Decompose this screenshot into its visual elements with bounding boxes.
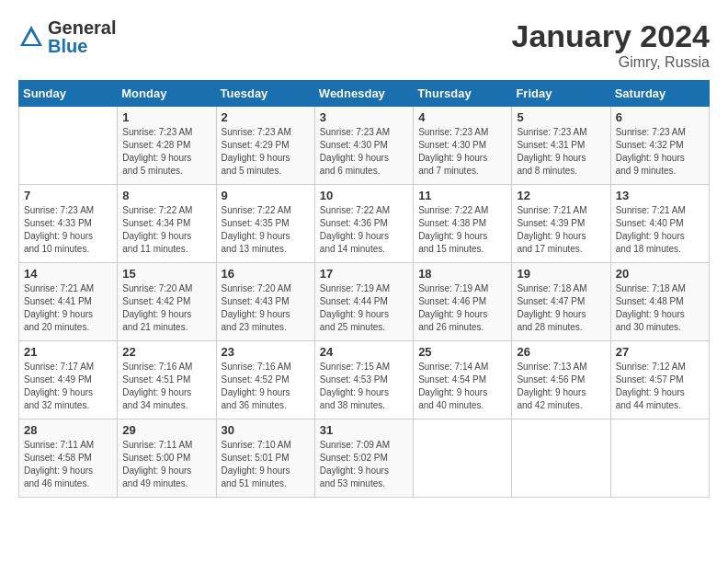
day-cell: 20Sunrise: 7:18 AM Sunset: 4:48 PM Dayli…: [610, 263, 709, 341]
day-number: 8: [122, 189, 210, 202]
day-info: Sunrise: 7:12 AM Sunset: 4:57 PM Dayligh…: [616, 361, 704, 412]
day-number: 18: [418, 267, 506, 281]
day-info: Sunrise: 7:20 AM Sunset: 4:42 PM Dayligh…: [122, 282, 210, 334]
week-row-1: 7Sunrise: 7:23 AM Sunset: 4:33 PM Daylig…: [19, 185, 710, 263]
day-info: Sunrise: 7:09 AM Sunset: 5:02 PM Dayligh…: [320, 439, 408, 490]
day-cell: [414, 419, 512, 498]
day-cell: 7Sunrise: 7:23 AM Sunset: 4:33 PM Daylig…: [19, 185, 118, 263]
day-number: 15: [122, 267, 210, 281]
day-number: 28: [24, 423, 112, 437]
logo: General Blue: [18, 18, 116, 55]
day-info: Sunrise: 7:16 AM Sunset: 4:52 PM Dayligh…: [222, 361, 310, 412]
day-cell: 23Sunrise: 7:16 AM Sunset: 4:52 PM Dayli…: [216, 341, 314, 419]
logo-blue-text: Blue: [48, 37, 116, 55]
day-number: 26: [517, 345, 605, 359]
day-info: Sunrise: 7:23 AM Sunset: 4:31 PM Dayligh…: [517, 126, 605, 178]
day-number: 29: [122, 423, 210, 437]
header-cell-sunday: Sunday: [19, 81, 118, 107]
day-info: Sunrise: 7:17 AM Sunset: 4:49 PM Dayligh…: [24, 361, 112, 412]
day-cell: [512, 419, 610, 498]
day-cell: 28Sunrise: 7:11 AM Sunset: 4:58 PM Dayli…: [19, 419, 118, 498]
day-cell: 17Sunrise: 7:19 AM Sunset: 4:44 PM Dayli…: [314, 263, 413, 341]
day-info: Sunrise: 7:18 AM Sunset: 4:47 PM Dayligh…: [517, 282, 605, 334]
day-cell: 14Sunrise: 7:21 AM Sunset: 4:41 PM Dayli…: [19, 263, 118, 341]
day-number: 31: [320, 423, 408, 437]
day-cell: 24Sunrise: 7:15 AM Sunset: 4:53 PM Dayli…: [314, 341, 413, 419]
day-cell: 1Sunrise: 7:23 AM Sunset: 4:28 PM Daylig…: [118, 107, 216, 185]
day-info: Sunrise: 7:20 AM Sunset: 4:43 PM Dayligh…: [222, 282, 310, 334]
day-info: Sunrise: 7:13 AM Sunset: 4:56 PM Dayligh…: [517, 361, 605, 412]
day-number: 14: [24, 267, 112, 281]
day-cell: 2Sunrise: 7:23 AM Sunset: 4:29 PM Daylig…: [216, 107, 314, 185]
day-cell: 18Sunrise: 7:19 AM Sunset: 4:46 PM Dayli…: [414, 263, 512, 341]
day-cell: 15Sunrise: 7:20 AM Sunset: 4:42 PM Dayli…: [118, 263, 216, 341]
header-row: SundayMondayTuesdayWednesdayThursdayFrid…: [19, 81, 710, 107]
day-number: 7: [24, 189, 112, 202]
day-number: 10: [320, 189, 408, 202]
day-number: 16: [222, 267, 310, 281]
day-number: 21: [24, 345, 112, 359]
day-number: 13: [616, 189, 704, 202]
day-number: 12: [517, 189, 605, 202]
logo-icon: [18, 24, 44, 50]
header-cell-thursday: Thursday: [414, 81, 512, 107]
header-cell-friday: Friday: [512, 81, 610, 107]
day-cell: 22Sunrise: 7:16 AM Sunset: 4:51 PM Dayli…: [118, 341, 216, 419]
day-info: Sunrise: 7:11 AM Sunset: 4:58 PM Dayligh…: [24, 439, 112, 490]
day-cell: 21Sunrise: 7:17 AM Sunset: 4:49 PM Dayli…: [19, 341, 118, 419]
day-number: 20: [616, 267, 704, 281]
day-number: 2: [222, 110, 310, 124]
day-number: 5: [517, 110, 605, 124]
day-cell: 31Sunrise: 7:09 AM Sunset: 5:02 PM Dayli…: [314, 419, 413, 498]
day-cell: [19, 107, 118, 185]
day-info: Sunrise: 7:22 AM Sunset: 4:38 PM Dayligh…: [418, 204, 506, 256]
header-cell-saturday: Saturday: [610, 81, 709, 107]
day-cell: [610, 419, 709, 498]
day-info: Sunrise: 7:10 AM Sunset: 5:01 PM Dayligh…: [222, 439, 310, 490]
day-number: 9: [222, 189, 310, 202]
day-number: 17: [320, 267, 408, 281]
day-number: 30: [222, 423, 310, 437]
day-number: 19: [517, 267, 605, 281]
page-header: General Blue January 2024 Gimry, Russia: [18, 18, 710, 71]
day-cell: 13Sunrise: 7:21 AM Sunset: 4:40 PM Dayli…: [610, 185, 709, 263]
logo-general-text: General: [48, 18, 116, 37]
week-row-3: 21Sunrise: 7:17 AM Sunset: 4:49 PM Dayli…: [19, 341, 710, 419]
day-info: Sunrise: 7:21 AM Sunset: 4:41 PM Dayligh…: [24, 282, 112, 334]
day-cell: 11Sunrise: 7:22 AM Sunset: 4:38 PM Dayli…: [414, 185, 512, 263]
day-cell: 3Sunrise: 7:23 AM Sunset: 4:30 PM Daylig…: [314, 107, 413, 185]
day-info: Sunrise: 7:15 AM Sunset: 4:53 PM Dayligh…: [320, 361, 408, 412]
day-info: Sunrise: 7:18 AM Sunset: 4:48 PM Dayligh…: [616, 282, 704, 334]
day-info: Sunrise: 7:19 AM Sunset: 4:46 PM Dayligh…: [418, 282, 506, 334]
day-cell: 10Sunrise: 7:22 AM Sunset: 4:36 PM Dayli…: [314, 185, 413, 263]
week-row-4: 28Sunrise: 7:11 AM Sunset: 4:58 PM Dayli…: [19, 419, 710, 498]
header-cell-monday: Monday: [118, 81, 216, 107]
day-cell: 27Sunrise: 7:12 AM Sunset: 4:57 PM Dayli…: [610, 341, 709, 419]
day-cell: 6Sunrise: 7:23 AM Sunset: 4:32 PM Daylig…: [610, 107, 709, 185]
day-cell: 12Sunrise: 7:21 AM Sunset: 4:39 PM Dayli…: [512, 185, 610, 263]
week-row-2: 14Sunrise: 7:21 AM Sunset: 4:41 PM Dayli…: [19, 263, 710, 341]
day-number: 4: [418, 110, 506, 124]
day-number: 11: [418, 189, 506, 202]
day-info: Sunrise: 7:23 AM Sunset: 4:32 PM Dayligh…: [616, 126, 704, 178]
day-number: 27: [616, 345, 704, 359]
day-number: 1: [122, 110, 210, 124]
header-cell-tuesday: Tuesday: [216, 81, 314, 107]
day-cell: 4Sunrise: 7:23 AM Sunset: 4:30 PM Daylig…: [414, 107, 512, 185]
day-info: Sunrise: 7:22 AM Sunset: 4:36 PM Dayligh…: [320, 204, 408, 256]
day-info: Sunrise: 7:23 AM Sunset: 4:30 PM Dayligh…: [320, 126, 408, 178]
day-cell: 16Sunrise: 7:20 AM Sunset: 4:43 PM Dayli…: [216, 263, 314, 341]
day-cell: 30Sunrise: 7:10 AM Sunset: 5:01 PM Dayli…: [216, 419, 314, 498]
day-info: Sunrise: 7:21 AM Sunset: 4:39 PM Dayligh…: [517, 204, 605, 256]
calendar-table: SundayMondayTuesdayWednesdayThursdayFrid…: [18, 80, 710, 498]
day-number: 6: [616, 110, 704, 124]
day-info: Sunrise: 7:22 AM Sunset: 4:35 PM Dayligh…: [222, 204, 310, 256]
day-cell: 5Sunrise: 7:23 AM Sunset: 4:31 PM Daylig…: [512, 107, 610, 185]
title-block: January 2024 Gimry, Russia: [512, 18, 711, 71]
day-number: 3: [320, 110, 408, 124]
day-info: Sunrise: 7:16 AM Sunset: 4:51 PM Dayligh…: [122, 361, 210, 412]
day-info: Sunrise: 7:23 AM Sunset: 4:33 PM Dayligh…: [24, 204, 112, 256]
day-number: 24: [320, 345, 408, 359]
day-info: Sunrise: 7:23 AM Sunset: 4:29 PM Dayligh…: [222, 126, 310, 178]
day-info: Sunrise: 7:23 AM Sunset: 4:30 PM Dayligh…: [418, 126, 506, 178]
